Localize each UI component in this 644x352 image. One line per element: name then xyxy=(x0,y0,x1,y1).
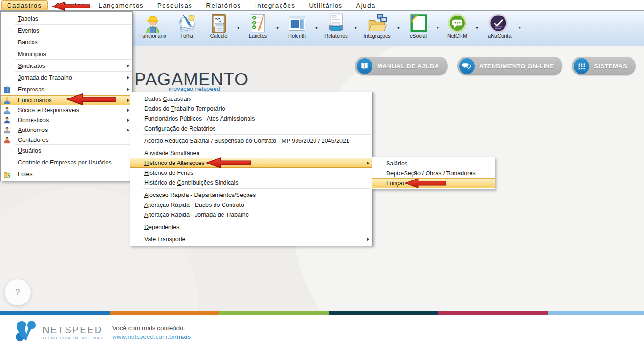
menu-item-autonomos[interactable]: Autônomos xyxy=(1,125,132,135)
netspeed-logo-text: NETSPEED xyxy=(42,325,103,336)
menu-item-acordo-reducao-salarial[interactable]: Acordo Redução Salarial / Suspensão do C… xyxy=(130,136,372,146)
dropdown-arrow-icon[interactable]: ▼ xyxy=(516,26,523,30)
menu-item-domesticos[interactable]: Domésticos xyxy=(1,115,132,125)
menu-item-lotes[interactable]: Lotes xyxy=(1,168,132,180)
book-icon xyxy=(357,58,372,74)
funcionarios-submenu: Dados Cadastrais Dados do Trabalho Tempo… xyxy=(130,92,373,246)
toolbar-button-label: Lanctos xyxy=(242,33,274,39)
menu-item-funcionarios-publicos[interactable]: Funcionários Públicos - Atos Admissionai… xyxy=(130,114,372,123)
toolbar-button-netcrm[interactable]: NetCRM xyxy=(441,13,473,39)
menu-item-controle-de-empresas-por-usuarios[interactable]: Controle de Empresas por Usuários xyxy=(1,156,132,168)
menu-item-historico-de-ferias[interactable]: Histórico de Férias xyxy=(130,168,372,178)
brand-tagline: inovação netspeed xyxy=(134,85,220,92)
menubar-item-relatorios[interactable]: Relatórios xyxy=(200,0,247,10)
dropdown-arrow-icon[interactable]: ▼ xyxy=(274,26,281,30)
help-buttons-group: MANUAL DE AJUDA ATENDIMENTO ON-LINE SIST… xyxy=(355,57,636,75)
stripe-segment xyxy=(110,311,219,315)
menubar-item-integracoes[interactable]: Integrações xyxy=(249,0,301,10)
menu-item-sindicatos[interactable]: Sindicatos xyxy=(1,60,132,72)
menu-item-label: Configuração de Relatórios xyxy=(144,125,215,132)
menubar-item-ajuda[interactable]: Ajuda xyxy=(351,0,381,10)
menu-item-label: Alteração Rápida - Dados do Contrato xyxy=(144,202,244,208)
manual-de-ajuda-label: MANUAL DE AJUDA xyxy=(377,63,439,70)
menu-item-atividade-simultanea[interactable]: Atividade Simultânea xyxy=(130,148,372,158)
toolbar-button-esocial[interactable]: eSocial xyxy=(402,13,434,39)
menu-item-municipios[interactable]: Municípios xyxy=(1,48,132,60)
toolbar-button-lanctos[interactable]: Lanctos xyxy=(242,13,274,39)
menu-item-historico-de-contribuicoes-sindicais[interactable]: Histórico de Contribuições Sindicais xyxy=(130,178,372,188)
menu-item-salarios[interactable]: Salários xyxy=(372,158,495,168)
menu-item-funcionarios[interactable]: Funcionários xyxy=(1,95,132,105)
menubar-item-lancamentos[interactable]: Lançamentos xyxy=(93,0,149,10)
person-blue-icon xyxy=(3,106,11,114)
dropdown-arrow-icon[interactable]: ▼ xyxy=(395,26,402,30)
menu-item-contadores[interactable]: Contadores xyxy=(1,135,132,145)
toolbar-button-integracoes[interactable]: Integrações xyxy=(359,13,395,39)
atendimento-online-button[interactable]: ATENDIMENTO ON-LINE xyxy=(457,57,563,75)
toolbar-button-relatorios[interactable]: Relatórios xyxy=(320,13,352,39)
menu-item-alteracao-rapida-dados-do-contrato[interactable]: Alteração Rápida - Dados do Contrato xyxy=(130,200,372,210)
dropdown-arrow-icon[interactable]: ▼ xyxy=(473,26,480,30)
manual-de-ajuda-button[interactable]: MANUAL DE AJUDA xyxy=(355,57,448,75)
menu-item-label: Usuários xyxy=(18,147,41,154)
submenu-arrow-icon xyxy=(127,98,129,102)
menu-item-label: Histórico de Férias xyxy=(144,170,193,176)
menu-item-alocacao-rapida-departamentos-secoes[interactable]: Alocação Rápida - Departamentos/Seções xyxy=(130,190,372,200)
menu-item-label: Histórico de Contribuições Sindicais xyxy=(144,180,238,186)
menu-item-historico-de-alteracoes[interactable]: Histórico de Alterações xyxy=(130,158,372,168)
historico-de-alteracoes-submenu: Salários Depto-Seção / Obras / Tomadores… xyxy=(372,157,495,189)
menu-item-dados-do-trabalho-temporario[interactable]: Dados do Trabalho Temporário xyxy=(130,104,372,114)
menubar-item-utilitarios[interactable]: Utilitários xyxy=(304,0,348,10)
menubar-item-pesquisas[interactable]: Pesquisas xyxy=(152,0,198,10)
dropdown-arrow-icon[interactable]: ▼ xyxy=(352,26,359,30)
menubar-item-calculos[interactable]: Cálculos xyxy=(50,0,91,10)
netspeed-logo-icon xyxy=(14,320,39,344)
submenu-arrow-icon xyxy=(367,161,369,165)
menu-item-socios-e-responsaveis[interactable]: Sócios e Responsáveis xyxy=(1,105,132,115)
dropdown-arrow-icon[interactable]: ▼ xyxy=(235,26,242,30)
brand-color-stripe xyxy=(0,311,644,315)
toolbar-button-label: TaNaConta xyxy=(480,33,516,39)
menu-item-depto-secao-obras-tomadores[interactable]: Depto-Seção / Obras / Tomadores xyxy=(372,168,495,178)
toolbar-button-holerith[interactable]: Holerith xyxy=(281,13,313,39)
menu-item-jornada-de-trabalho[interactable]: Jornada de Trabalho xyxy=(1,72,132,83)
menu-item-empresas[interactable]: Empresas xyxy=(1,83,132,95)
stripe-segment xyxy=(438,311,548,315)
toolbar-button-folha[interactable]: Folha xyxy=(171,13,203,39)
footer-url-link[interactable]: www.netspeed.com.br/mais xyxy=(112,333,191,340)
menubar-item-cadastros[interactable]: Cadastros xyxy=(1,0,48,10)
menu-item-label: Lotes xyxy=(18,171,33,178)
person-red-icon xyxy=(3,136,11,144)
menu-item-label: Atividade Simultânea xyxy=(144,150,199,156)
menu-item-label: Funcionários Públicos - Atos Admissionai… xyxy=(144,115,255,122)
person-worker-icon xyxy=(3,97,11,104)
menu-item-vale-transporte[interactable]: Vale Transporte xyxy=(130,234,372,244)
menu-item-dependentes[interactable]: Dependentes xyxy=(130,222,372,232)
menu-item-configuracao-de-relatorios[interactable]: Configuração de Relatórios xyxy=(130,123,372,133)
menu-item-alteracao-rapida-jornada-de-trabalho[interactable]: Alteração Rápida - Jornada de Trabalho xyxy=(130,210,372,220)
submenu-arrow-icon xyxy=(127,108,129,112)
toolbar-button-funcionario[interactable]: Funcionário xyxy=(135,13,171,39)
stripe-segment xyxy=(329,311,438,315)
dropdown-arrow-icon[interactable]: ▼ xyxy=(434,26,441,30)
sistemas-button[interactable]: SISTEMAS xyxy=(572,57,636,75)
help-bubble-button[interactable]: ? xyxy=(5,279,31,305)
menu-item-funcao[interactable]: Função xyxy=(372,178,495,188)
menu-item-usuarios[interactable]: Usuários xyxy=(1,145,132,156)
printer-report-icon xyxy=(326,13,347,33)
menu-item-bancos[interactable]: Bancos xyxy=(1,36,132,48)
toolbar-button-calculo[interactable]: Cálculo xyxy=(203,13,235,39)
sistemas-label: SISTEMAS xyxy=(594,63,627,70)
netspeed-logo: NETSPEED TECNOLOGIA EM SISTEMAS xyxy=(14,320,103,344)
menu-item-label: Contadores xyxy=(18,137,49,143)
menu-item-label: Dados do Trabalho Temporário xyxy=(144,106,225,112)
payslip-window-icon xyxy=(287,13,307,33)
menu-item-label: Jornada de Trabalho xyxy=(18,74,72,81)
toolbar-button-label: Holerith xyxy=(281,33,313,39)
menu-item-eventos[interactable]: Eventos xyxy=(1,25,132,36)
dropdown-arrow-icon[interactable]: ▼ xyxy=(313,26,320,30)
toolbar-button-label: eSocial xyxy=(402,33,434,39)
menu-item-dados-cadastrais[interactable]: Dados Cadastrais xyxy=(130,94,372,104)
menu-item-tabelas[interactable]: Tabelas xyxy=(1,13,132,25)
toolbar-button-tanaconta[interactable]: TaNaConta xyxy=(480,13,516,39)
